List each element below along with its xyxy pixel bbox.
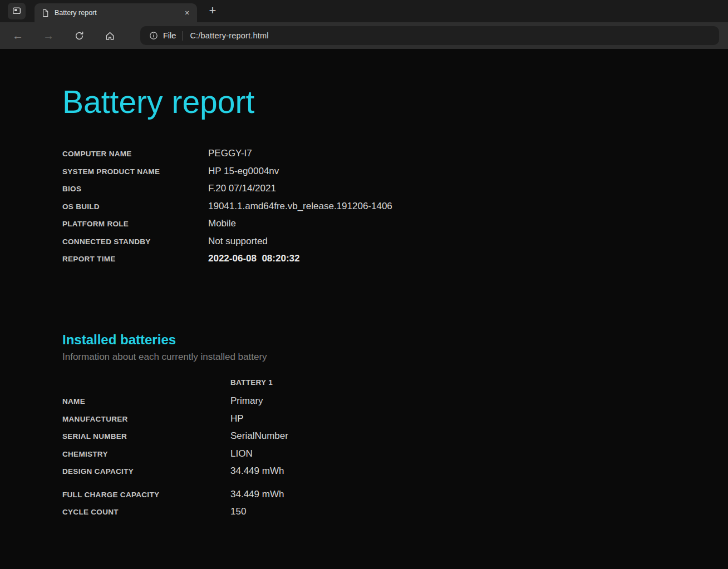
info-label: FULL CHARGE CAPACITY bbox=[62, 491, 230, 499]
tab-stack-icon bbox=[12, 6, 22, 17]
table-row: CONNECTED STANDBY Not supported bbox=[62, 236, 706, 254]
info-label: SERIAL NUMBER bbox=[62, 432, 230, 441]
tab-close-button[interactable]: ✕ bbox=[181, 7, 193, 18]
info-value: 2022-06-08 08:20:32 bbox=[208, 253, 299, 264]
table-row: OS BUILD 19041.1.amd64fre.vb_release.191… bbox=[62, 201, 706, 219]
info-label: DESIGN CAPACITY bbox=[62, 467, 230, 476]
tab-battery-report[interactable]: Battery report ✕ bbox=[35, 3, 197, 22]
forward-button[interactable]: → bbox=[37, 25, 60, 46]
info-value: HP 15-eg0004nv bbox=[208, 166, 279, 177]
address-bar[interactable]: File C:/battery-report.html bbox=[140, 26, 719, 45]
info-label: MANUFACTURER bbox=[62, 415, 230, 423]
table-row: CYCLE COUNT 150 bbox=[62, 506, 706, 524]
tab-actions-button[interactable] bbox=[8, 3, 26, 19]
info-value: PEGGY-I7 bbox=[208, 148, 252, 159]
table-row: REPORT TIME 2022-06-08 08:20:32 bbox=[62, 253, 706, 271]
info-value: SerialNumber bbox=[230, 431, 288, 442]
info-label: COMPUTER NAME bbox=[62, 150, 208, 158]
table-row: FULL CHARGE CAPACITY 34.449 mWh bbox=[62, 489, 706, 507]
address-separator bbox=[183, 31, 183, 41]
info-value: Not supported bbox=[208, 236, 268, 247]
info-label: CONNECTED STANDBY bbox=[62, 238, 208, 246]
table-row: SERIAL NUMBER SerialNumber bbox=[62, 431, 706, 448]
home-button[interactable] bbox=[99, 25, 121, 46]
refresh-button[interactable] bbox=[68, 25, 90, 46]
info-label: NAME bbox=[62, 397, 230, 405]
info-label: REPORT TIME bbox=[62, 255, 208, 263]
section-title-installed-batteries: Installed batteries bbox=[62, 332, 706, 348]
info-value: Primary bbox=[230, 395, 263, 407]
info-label: PLATFORM ROLE bbox=[62, 220, 208, 228]
table-row: PLATFORM ROLE Mobile bbox=[62, 218, 706, 236]
navigation-bar: ← → bbox=[0, 22, 728, 49]
section-subtitle: Information about each currently install… bbox=[62, 352, 706, 363]
back-button[interactable]: ← bbox=[7, 25, 29, 46]
new-tab-button[interactable]: + bbox=[205, 3, 220, 18]
home-icon bbox=[105, 31, 115, 41]
table-row: COMPUTER NAME PEGGY-I7 bbox=[62, 148, 706, 166]
table-header-row: BATTERY 1 bbox=[62, 378, 706, 396]
info-value: 34.449 mWh bbox=[230, 466, 284, 477]
info-value: HP bbox=[230, 413, 244, 424]
table-row: CHEMISTRY LION bbox=[62, 448, 706, 466]
info-value: 19041.1.amd64fre.vb_release.191206-1406 bbox=[208, 201, 392, 212]
battery-column-header: BATTERY 1 bbox=[230, 378, 273, 387]
info-value: 150 bbox=[230, 506, 246, 517]
table-row: NAME Primary bbox=[62, 395, 706, 413]
address-url[interactable]: C:/battery-report.html bbox=[190, 31, 268, 40]
tab-title: Battery report bbox=[55, 9, 181, 17]
system-info-table: COMPUTER NAME PEGGY-I7 SYSTEM PRODUCT NA… bbox=[62, 148, 706, 271]
info-value: 34.449 mWh bbox=[230, 489, 284, 500]
table-row: BIOS F.20 07/14/2021 bbox=[62, 183, 706, 201]
installed-batteries-table: BATTERY 1 NAME Primary MANUFACTURER HP S… bbox=[62, 378, 706, 524]
info-value: Mobile bbox=[208, 218, 236, 229]
info-label: CYCLE COUNT bbox=[62, 508, 230, 516]
info-label: BIOS bbox=[62, 185, 208, 193]
info-label: CHEMISTRY bbox=[62, 450, 230, 458]
page-favicon-icon bbox=[41, 9, 50, 17]
table-row: DESIGN CAPACITY 34.449 mWh bbox=[62, 466, 706, 483]
table-row: SYSTEM PRODUCT NAME HP 15-eg0004nv bbox=[62, 166, 706, 184]
browser-window: Battery report ✕ + ← → bbox=[0, 0, 728, 524]
info-circle-icon[interactable] bbox=[149, 31, 158, 40]
info-value: F.20 07/14/2021 bbox=[208, 183, 276, 194]
info-label: SYSTEM PRODUCT NAME bbox=[62, 167, 208, 176]
refresh-icon bbox=[74, 31, 85, 41]
info-label: OS BUILD bbox=[62, 202, 208, 211]
address-scheme-label: File bbox=[163, 31, 176, 40]
page-content: Battery report COMPUTER NAME PEGGY-I7 SY… bbox=[0, 49, 728, 524]
page-title: Battery report bbox=[62, 83, 706, 120]
table-row: MANUFACTURER HP bbox=[62, 413, 706, 431]
info-value: LION bbox=[230, 448, 253, 459]
tab-bar: Battery report ✕ + bbox=[0, 0, 728, 22]
